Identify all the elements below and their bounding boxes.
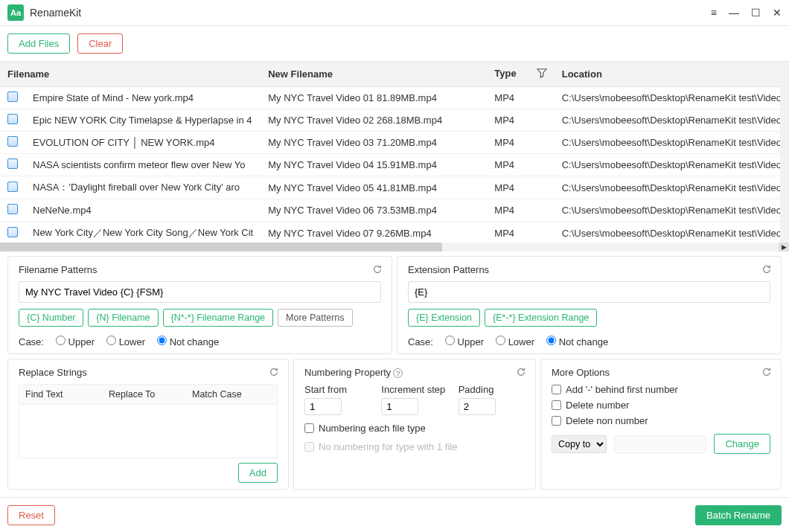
add-files-button[interactable]: Add Files — [7, 33, 70, 54]
cell-location: C:\Users\mobeesoft\Desktop\RenameKit tes… — [555, 222, 789, 243]
cb-add-dash[interactable]: Add '-' behind first number — [552, 384, 770, 395]
file-icon — [7, 227, 18, 237]
numbering-title: Numbering Property? — [304, 367, 525, 378]
radio-notchange[interactable]: Not change — [546, 336, 608, 347]
cell-filename: New York City／New York City Song／New Yor… — [25, 222, 261, 243]
extension-pattern-input[interactable] — [408, 281, 770, 303]
vertical-scrollbar[interactable] — [780, 62, 789, 243]
case-label: Case: — [408, 336, 433, 347]
refresh-icon[interactable] — [372, 264, 383, 277]
table-row[interactable]: NASA：'Daylight fireball over New York Ci… — [0, 176, 789, 199]
cb-no-num-single: No numbering for type with 1 file — [304, 441, 525, 452]
cell-filename: NASA：'Daylight fireball over New York Ci… — [25, 176, 261, 199]
col-newname[interactable]: New Filename — [261, 62, 487, 87]
cell-newname: My NYC Travel Video 04 15.91MB.mp4 — [261, 154, 487, 176]
filename-pattern-input[interactable] — [19, 281, 381, 303]
app-title: RenameKit — [30, 7, 711, 19]
extension-patterns-panel: Extension Patterns {E} Extension {E*-*} … — [397, 256, 782, 354]
table-row[interactable]: Epic NEW YORK City Timelapse & Hyperlaps… — [0, 109, 789, 132]
col-replace-to: Replace To — [109, 389, 192, 400]
cell-filename: NASA scientists confirm meteor flew over… — [25, 154, 261, 176]
cell-type: MP4 — [487, 109, 554, 132]
close-icon[interactable]: ✕ — [773, 7, 782, 19]
pad-input[interactable] — [459, 398, 496, 415]
cell-filename: EVOLUTION OF CITY │ NEW YORK.mp4 — [25, 132, 261, 154]
file-icon — [7, 136, 18, 147]
cell-newname: My NYC Travel Video 02 268.18MB.mp4 — [261, 109, 487, 132]
copy-to-select[interactable]: Copy to — [552, 435, 607, 453]
menu-icon[interactable]: ≡ — [711, 7, 717, 19]
case-label: Case: — [19, 336, 44, 347]
cell-location: C:\Users\mobeesoft\Desktop\RenameKit tes… — [555, 109, 789, 132]
cell-location: C:\Users\mobeesoft\Desktop\RenameKit tes… — [555, 176, 789, 199]
start-label: Start from — [304, 384, 371, 395]
refresh-icon[interactable] — [761, 264, 772, 277]
cell-filename: Empire State of Mind - New york.mp4 — [25, 87, 261, 109]
refresh-icon[interactable] — [761, 367, 772, 379]
extension-patterns-title: Extension Patterns — [408, 264, 770, 275]
pad-label: Padding — [459, 384, 525, 395]
chip-extension-range[interactable]: {E*-*} Extension Range — [485, 309, 597, 327]
filename-patterns-title: Filename Patterns — [19, 264, 381, 275]
file-icon — [7, 182, 18, 192]
replace-list[interactable] — [19, 405, 278, 458]
chip-more-patterns[interactable]: More Patterns — [278, 309, 353, 327]
replace-strings-panel: Replace Strings Find Text Replace To Mat… — [7, 359, 289, 490]
help-icon[interactable]: ? — [393, 368, 403, 378]
cb-delete-non-number[interactable]: Delete non number — [552, 415, 770, 426]
maximize-icon[interactable]: ☐ — [751, 7, 761, 19]
cell-newname: My NYC Travel Video 03 71.20MB.mp4 — [261, 132, 487, 154]
start-input[interactable] — [304, 398, 342, 415]
cb-each-type[interactable]: Numbering each file type — [304, 423, 525, 434]
refresh-icon[interactable] — [516, 367, 526, 379]
hscroll-thumb[interactable] — [0, 243, 442, 251]
radio-lower[interactable]: Lower — [496, 336, 534, 347]
cell-newname: My NYC Travel Video 01 81.89MB.mp4 — [261, 87, 487, 109]
table-row[interactable]: NASA scientists confirm meteor flew over… — [0, 154, 789, 176]
more-options-title: More Options — [552, 367, 770, 378]
batch-rename-button[interactable]: Batch Rename — [695, 505, 782, 525]
files-table: Filename New Filename Type Location Empi… — [0, 62, 789, 243]
more-options-panel: More Options Add '-' behind first number… — [540, 359, 782, 490]
cell-newname: My NYC Travel Video 07 9.26MB.mp4 — [261, 222, 487, 243]
col-find: Find Text — [25, 389, 109, 400]
cell-type: MP4 — [487, 154, 554, 176]
file-icon — [7, 204, 18, 214]
col-match-case: Match Case — [192, 389, 242, 400]
filename-patterns-panel: Filename Patterns {C} Number {N} Filenam… — [7, 256, 392, 354]
chip-extension[interactable]: {E} Extension — [408, 309, 480, 327]
minimize-icon[interactable]: — — [729, 7, 739, 19]
radio-notchange[interactable]: Not change — [157, 336, 219, 347]
refresh-icon[interactable] — [269, 367, 279, 379]
filter-icon[interactable] — [537, 68, 547, 80]
col-filename[interactable]: Filename — [0, 62, 261, 87]
chip-number[interactable]: {C} Number — [19, 309, 83, 327]
table-row[interactable]: New York City／New York City Song／New Yor… — [0, 222, 789, 243]
col-location[interactable]: Location — [555, 62, 789, 87]
radio-upper[interactable]: Upper — [56, 336, 95, 347]
cell-type: MP4 — [487, 222, 554, 243]
table-row[interactable]: Empire State of Mind - New york.mp4My NY… — [0, 87, 789, 109]
file-icon — [7, 114, 18, 124]
add-replace-button[interactable]: Add — [238, 463, 278, 483]
step-input[interactable] — [381, 398, 418, 415]
cell-newname: My NYC Travel Video 05 41.81MB.mp4 — [261, 176, 487, 199]
numbering-panel: Numbering Property? Start from Increment… — [293, 359, 536, 490]
cb-delete-number[interactable]: Delete number — [552, 400, 770, 411]
horizontal-scrollbar[interactable]: ▶ — [0, 243, 789, 251]
col-type[interactable]: Type — [487, 62, 554, 87]
table-row[interactable]: NeNeNe.mp4My NYC Travel Video 06 73.53MB… — [0, 199, 789, 222]
change-button[interactable]: Change — [714, 434, 770, 454]
hscroll-arrow-right[interactable]: ▶ — [779, 243, 789, 251]
clear-button[interactable]: Clear — [77, 33, 123, 54]
cell-location: C:\Users\mobeesoft\Desktop\RenameKit tes… — [555, 199, 789, 222]
table-row[interactable]: EVOLUTION OF CITY │ NEW YORK.mp4My NYC T… — [0, 132, 789, 154]
chip-filename-range[interactable]: {N*-*} Filename Range — [163, 309, 273, 327]
reset-button[interactable]: Reset — [7, 505, 55, 525]
replace-title: Replace Strings — [19, 367, 278, 378]
radio-upper[interactable]: Upper — [445, 336, 484, 347]
radio-lower[interactable]: Lower — [106, 336, 145, 347]
chip-filename[interactable]: {N} Filename — [88, 309, 158, 327]
cell-location: C:\Users\mobeesoft\Desktop\RenameKit tes… — [555, 132, 789, 154]
file-icon — [7, 92, 18, 102]
